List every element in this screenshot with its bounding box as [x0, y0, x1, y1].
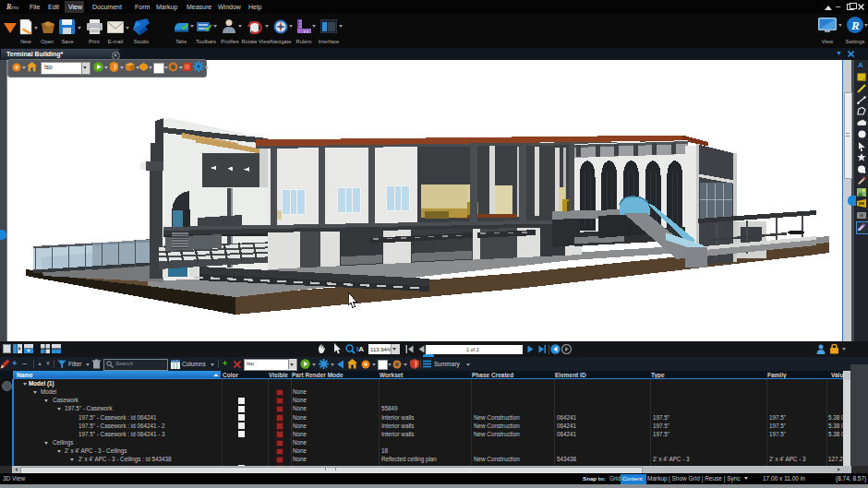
svg-text:R: R: [850, 18, 860, 32]
